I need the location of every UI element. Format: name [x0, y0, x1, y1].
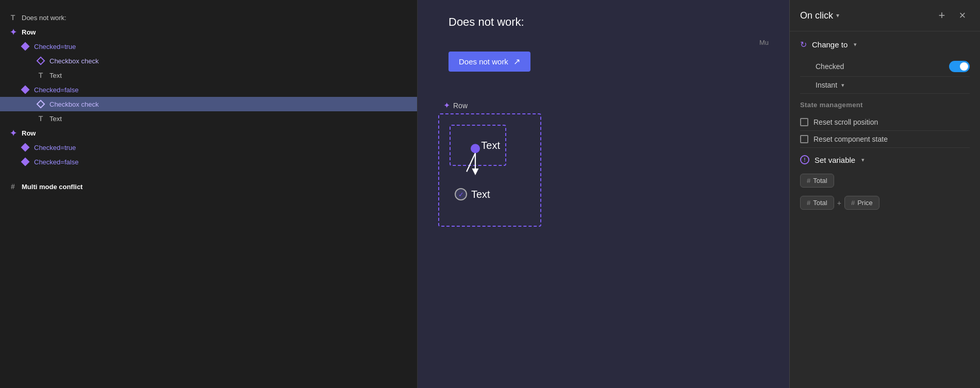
total-variable-tag-2[interactable]: # Total — [800, 196, 834, 210]
total-variable-label-1: Total — [813, 177, 827, 184]
reset-scroll-row[interactable]: Reset scroll position — [800, 114, 970, 131]
text-t-icon-2: T — [36, 114, 45, 123]
tree-label-checked-true-2: Checked=true — [34, 144, 76, 151]
instant-chevron-icon: ▾ — [841, 82, 844, 89]
tree-label-does-not-work-title: Does not work: — [22, 14, 67, 22]
set-variable-chevron-icon: ▾ — [861, 157, 865, 163]
hash-icon-total-2: # — [807, 199, 810, 207]
on-click-chevron-icon: ▾ — [836, 12, 839, 19]
instant-label: Instant — [816, 81, 837, 89]
diamond-outline-icon-1 — [36, 56, 45, 65]
right-panel-header: On click ▾ + × — [790, 0, 980, 31]
check-mark-icon: ✓ — [458, 191, 464, 198]
diagram-bottom-box: ✓ Text — [450, 176, 506, 212]
set-variable-section: ! Set variable ▾ — [800, 148, 970, 170]
tree-item-checked-true-1[interactable]: Checked=true — [0, 39, 417, 54]
diamond-filled-icon-3 — [21, 143, 30, 152]
canvas-title: Does not work: — [449, 15, 524, 29]
diagram-text-2: Text — [471, 189, 490, 200]
canvas-diagram: Text ✓ Text — [438, 113, 541, 227]
tree-label-checkbox-check-2: Checkbox check — [49, 100, 98, 108]
left-panel: T Does not work: ✦ Row Checked=true Chec… — [0, 0, 418, 388]
does-not-work-button[interactable]: Does not work ↗ — [449, 52, 530, 72]
tree-label-multi-mode: Multi mode conflict — [22, 183, 82, 191]
middle-panel: Does not work: Mu Does not work ↗ ✦ Row … — [418, 0, 789, 388]
on-click-label: On click — [800, 10, 833, 21]
mu-label: Mu — [759, 39, 769, 46]
hash-icon: # — [8, 182, 18, 191]
checked-property-label: Checked — [816, 62, 844, 71]
diamond-filled-icon-4 — [21, 157, 30, 166]
right-content: ↻ Change to ▾ Checked Instant ▾ State ma… — [790, 31, 980, 222]
change-to-chevron-icon: ▾ — [854, 41, 857, 48]
state-management-title: State management — [800, 94, 970, 114]
does-not-work-button-label: Does not work — [459, 57, 508, 66]
reset-scroll-checkbox[interactable] — [800, 118, 808, 126]
set-variable-icon: ! — [800, 155, 809, 164]
checkbox-circle: ✓ — [455, 188, 467, 200]
tree-item-row-2[interactable]: ✦ Row — [0, 126, 417, 140]
tree-item-checked-true-2[interactable]: Checked=true — [0, 140, 417, 155]
tree-label-row-1: Row — [22, 28, 36, 36]
tree-label-text-1: Text — [49, 72, 62, 79]
add-action-button[interactable]: + — [935, 8, 949, 23]
reset-component-checkbox[interactable] — [800, 135, 808, 143]
hash-icon-price: # — [851, 199, 855, 207]
instant-row: Instant ▾ — [800, 77, 970, 94]
plus-operator: + — [837, 199, 841, 207]
cross-icon-2: ✦ — [8, 128, 18, 138]
text-t-icon: T — [8, 13, 18, 22]
canvas-row-label: ✦ Row — [443, 100, 468, 110]
tree-item-checked-false-1[interactable]: Checked=false — [0, 82, 417, 97]
tree-item-does-not-work-title[interactable]: T Does not work: — [0, 10, 417, 25]
price-variable-label: Price — [857, 199, 873, 207]
close-panel-button[interactable]: × — [955, 8, 970, 23]
total-variable-label-2: Total — [813, 199, 827, 207]
tree-label-checkbox-check-1: Checkbox check — [49, 57, 98, 65]
tree-label-checked-false-2: Checked=false — [34, 158, 78, 166]
tree-label-checked-false-1: Checked=false — [34, 86, 78, 94]
tree-label-checked-true-1: Checked=true — [34, 43, 76, 50]
change-to-icon: ↻ — [800, 40, 807, 49]
variable-eq-row: # Total + # Price — [800, 192, 970, 214]
change-to-section: ↻ Change to ▾ — [800, 40, 970, 49]
svg-point-0 — [471, 144, 480, 153]
tree-item-checkbox-check-1[interactable]: Checkbox check — [0, 54, 417, 68]
reset-scroll-label: Reset scroll position — [813, 118, 878, 126]
tree-item-checked-false-2[interactable]: Checked=false — [0, 155, 417, 169]
tree-item-row-1[interactable]: ✦ Row — [0, 25, 417, 39]
hash-icon-total-1: # — [807, 177, 810, 184]
total-variable-tag-1[interactable]: # Total — [800, 174, 834, 188]
checked-toggle[interactable] — [949, 61, 970, 72]
on-click-trigger[interactable]: On click ▾ — [800, 10, 839, 21]
plus-icon: + — [939, 9, 945, 22]
diamond-filled-icon-2 — [21, 85, 30, 94]
tree-label-text-2: Text — [49, 115, 62, 123]
tree-label-row-2: Row — [22, 129, 36, 137]
header-actions: + × — [935, 8, 970, 23]
diamond-outline-icon-2 — [36, 99, 45, 109]
tree-item-multi-mode[interactable]: # Multi mode conflict — [0, 179, 417, 194]
set-variable-label: Set variable — [815, 156, 855, 164]
close-icon: × — [959, 9, 966, 22]
reset-component-label: Reset component state — [813, 135, 888, 143]
tree-item-checkbox-check-2[interactable]: Checkbox check — [0, 97, 417, 111]
row-label-text: Row — [453, 102, 468, 110]
tree-item-text-1[interactable]: T Text — [0, 68, 417, 82]
checked-property-row: Checked — [800, 57, 970, 77]
arrow-right-icon: ↗ — [513, 57, 520, 66]
row-cross-icon: ✦ — [443, 100, 450, 110]
cross-icon-1: ✦ — [8, 27, 18, 37]
price-variable-tag[interactable]: # Price — [844, 196, 879, 210]
change-to-label: Change to — [812, 40, 848, 49]
diamond-filled-icon-1 — [21, 42, 30, 51]
reset-component-row[interactable]: Reset component state — [800, 131, 970, 148]
right-panel: On click ▾ + × ↻ Change to ▾ Checked Ins… — [789, 0, 980, 388]
variable-tag-row-1: # Total — [800, 170, 970, 192]
svg-line-2 — [467, 153, 475, 172]
tree-item-text-2[interactable]: T Text — [0, 111, 417, 126]
text-t-icon-1: T — [36, 71, 45, 80]
